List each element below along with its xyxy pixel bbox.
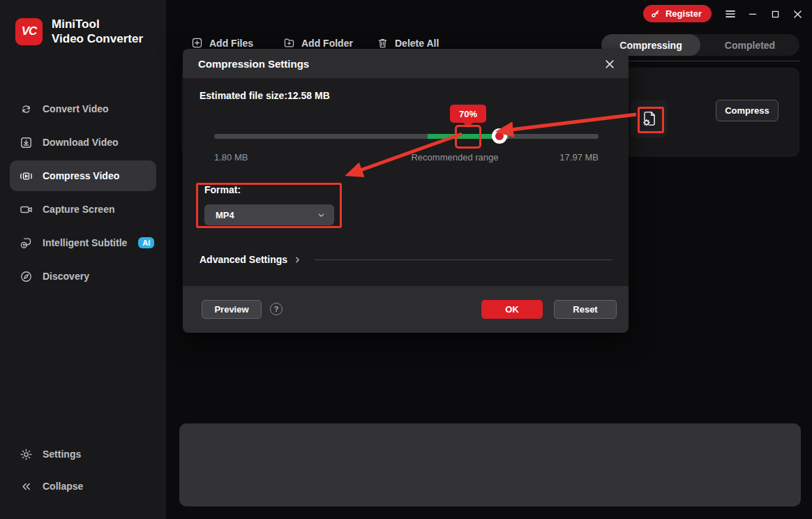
register-label: Register [666, 8, 702, 19]
sidebar-item-label: Capture Screen [43, 204, 114, 215]
settings-gear-icon [20, 448, 33, 461]
dialog-title: Compression Settings [198, 58, 309, 70]
divider-line [315, 260, 612, 260]
dialog-header: Compression Settings [183, 49, 629, 78]
reset-button[interactable]: Reset [554, 300, 617, 319]
minimize-icon[interactable] [744, 6, 762, 22]
key-icon [650, 8, 661, 19]
estimated-file-size: Estimated file size:12.58 MB [200, 90, 330, 101]
convert-video-icon [20, 103, 33, 116]
sidebar-item-label: Settings [43, 449, 81, 460]
collapse-chevrons-icon [20, 480, 33, 493]
format-value: MP4 [216, 210, 234, 220]
app-title-line2: Video Converter [52, 31, 143, 46]
format-select[interactable]: MP4 [204, 204, 334, 225]
sidebar-item-discovery[interactable]: Discovery [10, 261, 156, 292]
maximize-icon[interactable] [766, 6, 784, 22]
intelligent-subtitle-icon [20, 236, 33, 250]
delete-all-label: Delete All [395, 38, 439, 49]
sidebar-item-download-video[interactable]: Download Video [10, 127, 156, 158]
sidebar-item-compress-video[interactable]: Compress Video [10, 160, 156, 191]
help-icon[interactable]: ? [270, 303, 283, 315]
sidebar-item-label: Collapse [43, 481, 83, 492]
ai-badge: AI [138, 237, 154, 248]
dialog-footer: Preview ? OK Reset [183, 286, 629, 333]
chevron-right-icon [293, 255, 302, 264]
add-files-button[interactable]: Add Files [191, 37, 253, 49]
capture-screen-icon [20, 203, 33, 216]
compression-settings-dialog: Compression Settings Estimated file size… [183, 49, 629, 333]
slider-min-label: 1.80 MB [214, 152, 248, 163]
compress-video-icon [20, 170, 33, 183]
menu-icon[interactable] [721, 6, 739, 22]
slider-handle[interactable] [492, 128, 507, 144]
sidebar-item-intelligent-subtitle[interactable]: Intelligent Subtitle AI [10, 227, 156, 258]
window-close-icon[interactable] [788, 6, 806, 22]
sidebar-item-capture-screen[interactable]: Capture Screen [10, 194, 156, 225]
sidebar-item-label: Discovery [43, 271, 89, 282]
chevron-down-icon [317, 211, 326, 220]
ok-button[interactable]: OK [481, 300, 543, 319]
add-folder-icon [283, 37, 295, 49]
app-logo-icon: VC [15, 18, 43, 45]
add-files-icon [191, 37, 203, 49]
download-video-icon [20, 136, 33, 149]
slider-handle-dot [495, 132, 504, 140]
discovery-icon [20, 270, 33, 283]
advanced-settings-toggle[interactable]: Advanced Settings [200, 253, 612, 266]
advanced-settings-label: Advanced Settings [200, 254, 287, 265]
sidebar-item-convert-video[interactable]: Convert Video [10, 93, 156, 124]
format-label: Format: [204, 184, 241, 195]
file-compression-settings-button[interactable] [631, 100, 668, 137]
titlebar: Register [166, 0, 812, 28]
app-logo-row: VC MiniTool Video Converter [15, 17, 143, 47]
sidebar-item-label: Intelligent Subtitle [43, 237, 127, 248]
tab-completed[interactable]: Completed [700, 34, 799, 56]
compress-button[interactable]: Compress [716, 100, 779, 121]
sidebar-item-label: Download Video [43, 137, 119, 148]
add-files-label: Add Files [209, 38, 253, 49]
sidebar-item-collapse[interactable]: Collapse [10, 472, 156, 501]
compression-slider[interactable] [214, 134, 599, 139]
sidebar: VC MiniTool Video Converter Convert Vide… [0, 0, 166, 519]
preview-button[interactable]: Preview [202, 300, 262, 319]
sidebar-item-label: Compress Video [43, 170, 119, 181]
file-settings-icon [640, 110, 659, 128]
bottom-bar: Compress all files to 70% Output Same as… [179, 423, 801, 506]
status-tabs: Compressing Completed [601, 34, 799, 56]
delete-all-button[interactable]: Delete All [377, 37, 439, 49]
sidebar-bottom: Settings Collapse [0, 437, 166, 504]
dialog-close-icon[interactable] [602, 57, 617, 72]
register-button[interactable]: Register [643, 5, 712, 22]
app-title: MiniTool Video Converter [52, 17, 143, 47]
delete-all-icon [377, 37, 389, 49]
sidebar-menu: Convert Video Download Video Compress Vi… [0, 91, 166, 294]
app-title-line1: MiniTool [52, 17, 143, 31]
slider-max-label: 17.97 MB [529, 152, 599, 163]
add-folder-button[interactable]: Add Folder [283, 37, 353, 49]
sidebar-item-label: Convert Video [43, 103, 109, 114]
add-folder-label: Add Folder [301, 38, 353, 49]
sidebar-item-settings[interactable]: Settings [10, 439, 156, 469]
compression-percent-tooltip: 70% [450, 105, 486, 123]
slider-range-label: Recommended range [378, 152, 532, 163]
